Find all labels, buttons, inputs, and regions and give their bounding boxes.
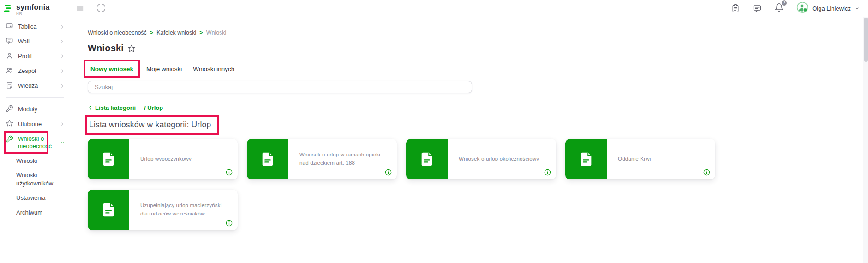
sidebar-item-ulubione[interactable]: Ulubione xyxy=(0,117,70,132)
wrench-icon xyxy=(6,135,13,144)
sidebar-item-wnioski-o-nieobecnosc[interactable]: Wnioski o nieobecność xyxy=(0,132,70,154)
hamburger-menu-icon[interactable] xyxy=(76,4,84,12)
document-icon xyxy=(406,139,448,179)
breadcrumb-item[interactable]: Wnioski o nieobecność xyxy=(88,30,147,36)
chat-bubble-icon xyxy=(6,37,13,46)
sidebar-item-wall[interactable]: Wall xyxy=(0,34,70,49)
info-icon[interactable] xyxy=(544,169,551,176)
sidebar-subitem-label: Archiwum xyxy=(16,209,42,217)
user-name: Olga Liniewicz xyxy=(812,5,851,12)
tile-label: Urlop wypoczynkowy xyxy=(129,139,238,179)
sidebar-subitem-label: Ustawienia xyxy=(16,194,46,202)
fullscreen-icon[interactable] xyxy=(97,4,105,12)
user-menu-chevron-icon xyxy=(855,6,860,11)
wrench-icon xyxy=(6,105,13,114)
sidebar-subitem-label: Wnioski użytkowników xyxy=(16,171,65,187)
breadcrumb-item-current: Wnioski xyxy=(206,30,227,36)
document-icon xyxy=(88,190,129,230)
sidebar-subitem-wnioski[interactable]: Wnioski xyxy=(0,154,70,168)
sidebar-subitem-ustawienia[interactable]: Ustawienia xyxy=(0,191,70,205)
sidebar-item-label: Profil xyxy=(18,53,60,60)
user-menu[interactable]: Olga Liniewicz xyxy=(796,1,860,15)
main-content: Wnioski o nieobecność > Kafelek wnioski … xyxy=(70,17,862,263)
tabs: Nowy wniosek Moje wnioski Wnioski innych xyxy=(88,63,862,75)
sidebar-item-label: Wiedza xyxy=(18,82,60,90)
user-icon xyxy=(6,52,13,61)
brand-name: symfonia xyxy=(16,4,50,11)
tab-wnioski-innych[interactable]: Wnioski innych xyxy=(193,66,234,72)
request-tile[interactable]: Wniosek o urlop w ramach opieki nad dzie… xyxy=(247,139,397,179)
request-tile[interactable]: Oddanie Krwi xyxy=(565,139,715,179)
star-icon xyxy=(6,120,13,129)
document-icon xyxy=(247,139,288,179)
sidebar-item-label: Moduły xyxy=(18,106,65,113)
app-root: symfonia HR xyxy=(0,0,868,263)
request-tile[interactable]: Urlop wypoczynkowy xyxy=(88,139,238,179)
chevron-right-icon xyxy=(60,39,65,44)
document-icon xyxy=(88,139,129,179)
sidebar-item-label: Zespół xyxy=(18,67,60,75)
topbar-actions: 2 Olga Liniewicz xyxy=(731,1,860,15)
section-heading: Lista wniosków w kategorii: Urlop xyxy=(89,120,211,130)
sidebar-subitem-label: Wnioski xyxy=(16,157,37,165)
board-icon xyxy=(6,22,13,31)
avatar xyxy=(796,1,808,15)
chevron-right-icon xyxy=(60,54,65,59)
info-icon[interactable] xyxy=(703,169,710,176)
tile-label: Wniosek o urlop w ramach opieki nad dzie… xyxy=(288,139,397,179)
info-icon[interactable] xyxy=(385,169,392,176)
current-category-label: / Urlop xyxy=(144,104,163,111)
chevron-down-icon xyxy=(60,140,65,145)
request-tiles-grid: Urlop wypoczynkowy Wniosek o url xyxy=(88,139,724,230)
symfonia-logo-icon xyxy=(4,4,13,15)
scrollbar-track[interactable] xyxy=(863,17,868,263)
brand-subtitle: HR xyxy=(16,12,50,16)
breadcrumb-separator: > xyxy=(150,30,153,36)
sidebar-item-label: Tablica xyxy=(18,23,60,30)
topbar: symfonia HR xyxy=(0,0,868,17)
notifications-badge: 2 xyxy=(781,0,788,6)
request-tile[interactable]: Uzupełniający urlop macierzyński dla rod… xyxy=(88,190,238,230)
scrollbar-thumb[interactable] xyxy=(864,18,868,62)
tile-label: Uzupełniający urlop macierzyński dla rod… xyxy=(129,190,238,230)
tab-nowy-wniosek[interactable]: Nowy wniosek xyxy=(90,66,133,72)
breadcrumb-item[interactable]: Kafelek wnioski xyxy=(156,30,196,36)
sidebar-subitem-wnioski-uzytkownikow[interactable]: Wnioski użytkowników xyxy=(0,168,70,191)
chevron-right-icon xyxy=(60,68,65,74)
messages-icon[interactable] xyxy=(753,4,762,13)
chevron-right-icon xyxy=(60,83,65,89)
search-input[interactable] xyxy=(88,81,472,93)
sidebar-item-label: Wnioski o nieobecność xyxy=(18,135,60,150)
sidebar: Tablica Wall Profil xyxy=(0,17,70,263)
chevron-left-icon xyxy=(88,105,93,110)
info-icon[interactable] xyxy=(226,220,233,227)
team-icon xyxy=(6,66,13,76)
tile-label: Wniosek o urlop okolicznościowy xyxy=(448,139,556,179)
sidebar-item-profil[interactable]: Profil xyxy=(0,49,70,64)
breadcrumb-separator: > xyxy=(199,30,203,36)
sidebar-divider xyxy=(6,97,64,98)
sidebar-item-tablica[interactable]: Tablica xyxy=(0,19,70,34)
symfonia-logo[interactable]: symfonia HR xyxy=(4,4,50,16)
sidebar-item-moduly[interactable]: Moduły xyxy=(0,102,70,117)
knowledge-document-icon xyxy=(6,81,13,90)
sidebar-item-zespol[interactable]: Zespół xyxy=(0,64,70,78)
info-icon[interactable] xyxy=(226,169,233,176)
tasks-clipboard-icon[interactable] xyxy=(731,4,740,13)
sidebar-subitem-archiwum[interactable]: Archiwum xyxy=(0,205,70,220)
tile-label: Oddanie Krwi xyxy=(607,139,715,179)
category-nav: Lista kategorii / Urlop xyxy=(88,104,862,111)
page-title: Wnioski xyxy=(88,43,124,54)
chevron-right-icon xyxy=(60,24,65,30)
chevron-right-icon xyxy=(60,121,65,127)
annotation-box-heading: Lista wniosków w kategorii: Urlop xyxy=(85,115,219,135)
sidebar-item-label: Ulubione xyxy=(18,120,60,128)
sidebar-item-wiedza[interactable]: Wiedza xyxy=(0,78,70,93)
request-tile[interactable]: Wniosek o urlop okolicznościowy xyxy=(406,139,556,179)
favorite-star-icon[interactable] xyxy=(127,44,136,53)
document-icon xyxy=(565,139,607,179)
breadcrumb: Wnioski o nieobecność > Kafelek wnioski … xyxy=(88,30,862,36)
sidebar-item-label: Wall xyxy=(18,38,60,45)
tab-moje-wnioski[interactable]: Moje wnioski xyxy=(146,66,182,72)
back-to-categories-link[interactable]: Lista kategorii xyxy=(88,104,136,111)
